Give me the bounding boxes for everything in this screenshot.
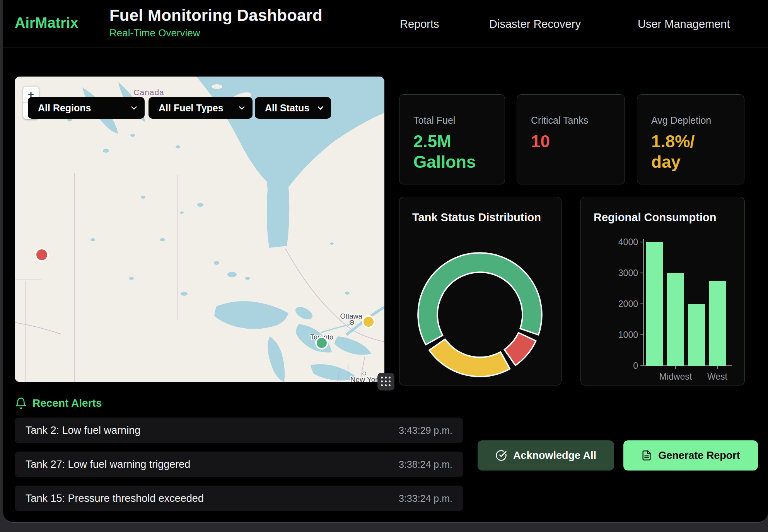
newyork-town-icon bbox=[363, 372, 366, 375]
stat-label: Total Fuel bbox=[413, 115, 505, 126]
recent-alerts-title: Recent Alerts bbox=[32, 397, 102, 409]
map-label-country: Canada bbox=[133, 88, 164, 97]
donut-segment-critical bbox=[504, 332, 536, 365]
alert-row[interactable]: Tank 2: Low fuel warning 3:43:29 p.m. bbox=[15, 418, 463, 443]
generate-report-label: Generate Report bbox=[658, 450, 740, 462]
map-canvas: Canada Ottawa Toronto New York bbox=[15, 77, 384, 382]
donut-segment-normal bbox=[418, 253, 542, 345]
tank-status-donut-chart bbox=[399, 197, 562, 386]
stat-value-total-fuel: 2.5MGallons bbox=[413, 131, 505, 172]
nav-user-management[interactable]: User Management bbox=[638, 18, 730, 31]
x-tick-label: Midwest bbox=[659, 372, 692, 382]
y-tick-label: 0 bbox=[633, 361, 638, 371]
chevron-down-icon bbox=[317, 104, 324, 110]
map-marker-critical[interactable] bbox=[36, 249, 48, 261]
alert-row[interactable]: Tank 15: Pressure threshold exceeded 3:3… bbox=[15, 486, 463, 511]
generate-report-button[interactable]: Generate Report bbox=[623, 440, 758, 471]
y-tick-label: 3000 bbox=[618, 268, 638, 278]
nav-reports[interactable]: Reports bbox=[400, 18, 439, 31]
ottawa-town-icon-dot bbox=[351, 322, 353, 323]
app-header: AirMatrix Fuel Monitoring Dashboard Real… bbox=[3, 0, 768, 48]
report-file-icon bbox=[641, 450, 652, 461]
chevron-down-icon bbox=[239, 104, 245, 110]
nav-disaster-recovery[interactable]: Disaster Recovery bbox=[489, 18, 581, 31]
dashboard-window: AirMatrix Fuel Monitoring Dashboard Real… bbox=[3, 0, 768, 523]
alert-row[interactable]: Tank 27: Low fuel warning triggered 3:38… bbox=[15, 452, 463, 477]
bar-1 bbox=[667, 273, 684, 366]
bar-2 bbox=[688, 304, 705, 366]
stat-label: Avg Depletion bbox=[651, 115, 744, 126]
donut-segment-warning bbox=[429, 339, 510, 377]
bar-3 bbox=[709, 281, 726, 366]
tank-status-chart-card: Tank Status Distribution bbox=[399, 197, 561, 385]
recent-alerts-heading: Recent Alerts bbox=[15, 397, 102, 410]
stat-value-critical-tanks: 10 bbox=[531, 131, 625, 152]
alert-timestamp: 3:38:24 p.m. bbox=[399, 459, 452, 470]
check-circle-icon bbox=[495, 450, 507, 461]
filter-fueltypes-dropdown[interactable]: All Fuel Types bbox=[148, 97, 253, 119]
chevron-down-icon bbox=[131, 104, 137, 110]
filter-regions-dropdown[interactable]: All Regions bbox=[28, 97, 145, 119]
map-resize-handle[interactable] bbox=[377, 373, 394, 390]
stat-card-total-fuel: Total Fuel 2.5MGallons bbox=[399, 94, 505, 184]
alert-timestamp: 3:33:24 p.m. bbox=[399, 493, 452, 504]
alert-message: Tank 15: Pressure threshold exceeded bbox=[26, 493, 204, 505]
map-label-ottawa: Ottawa bbox=[340, 312, 362, 320]
filter-status-value: All Status bbox=[265, 102, 309, 114]
filter-regions-value: All Regions bbox=[38, 102, 91, 114]
map-panel[interactable]: Canada Ottawa Toronto New York + − All R… bbox=[15, 77, 384, 382]
bell-icon bbox=[15, 397, 27, 410]
page-title: Fuel Monitoring Dashboard bbox=[109, 6, 323, 25]
bar-0 bbox=[646, 242, 663, 366]
map-label-newyork: New York bbox=[350, 375, 382, 382]
x-tick-label: West bbox=[707, 372, 728, 382]
acknowledge-all-label: Acknowledge All bbox=[513, 450, 596, 462]
stat-value-avg-depletion: 1.8%/day bbox=[651, 131, 744, 172]
stat-card-avg-depletion: Avg Depletion 1.8%/day bbox=[637, 94, 744, 184]
y-tick-label: 4000 bbox=[618, 237, 638, 247]
map-marker-normal[interactable] bbox=[316, 337, 328, 349]
stat-card-critical-tanks: Critical Tanks 10 bbox=[517, 94, 625, 184]
map-marker-warning[interactable] bbox=[363, 316, 374, 327]
alert-timestamp: 3:43:29 p.m. bbox=[399, 425, 452, 436]
brand-logo: AirMatrix bbox=[15, 15, 79, 31]
stat-label: Critical Tanks bbox=[531, 115, 625, 126]
regional-consumption-chart-card: Regional Consumption 01000200030004000Mi… bbox=[580, 197, 745, 385]
page-subtitle: Real-Time Overview bbox=[109, 27, 323, 39]
regional-consumption-bar-chart: 01000200030004000MidwestWest bbox=[581, 197, 745, 386]
y-tick-label: 1000 bbox=[618, 330, 638, 340]
filter-fueltypes-value: All Fuel Types bbox=[159, 102, 224, 114]
alert-message: Tank 27: Low fuel warning triggered bbox=[26, 459, 190, 471]
y-tick-label: 2000 bbox=[618, 299, 638, 309]
map-island bbox=[212, 84, 222, 89]
filter-status-dropdown[interactable]: All Status bbox=[255, 97, 331, 119]
title-block: Fuel Monitoring Dashboard Real-Time Over… bbox=[109, 6, 323, 39]
alert-message: Tank 2: Low fuel warning bbox=[26, 425, 140, 437]
acknowledge-all-button[interactable]: Acknowledge All bbox=[478, 440, 614, 471]
